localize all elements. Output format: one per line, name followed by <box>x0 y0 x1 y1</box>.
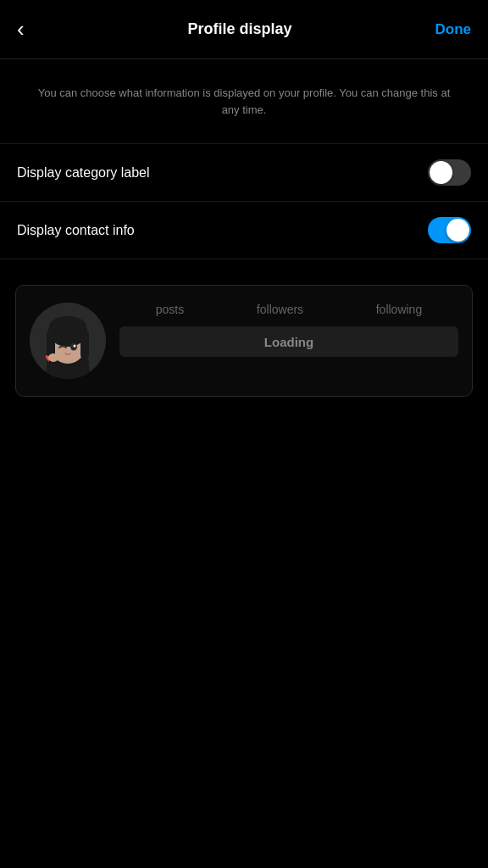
svg-point-14 <box>48 353 58 362</box>
stat-followers: followers <box>257 303 303 316</box>
display-contact-info-row: Display contact info <box>0 201 488 259</box>
svg-point-12 <box>74 345 76 348</box>
header: ‹ Profile display Done <box>0 0 488 59</box>
avatar: ♥ <box>30 303 106 379</box>
profile-preview: ♥ posts followers following Loading <box>30 303 458 379</box>
loading-text: Loading <box>264 335 313 349</box>
loading-bar: Loading <box>119 326 458 357</box>
settings-section: Display category label Display contact i… <box>0 135 488 268</box>
stat-following: following <box>376 303 422 316</box>
page-title: Profile display <box>51 20 429 38</box>
display-category-label-text: Display category label <box>17 165 150 181</box>
svg-point-10 <box>65 331 79 342</box>
svg-rect-7 <box>80 330 89 359</box>
profile-preview-card: ♥ posts followers following Loading <box>15 285 473 397</box>
display-category-label-row: Display category label <box>0 143 488 201</box>
back-button[interactable]: ‹ <box>17 16 51 42</box>
profile-stats: posts followers following Loading <box>119 303 458 357</box>
avatar-image: ♥ <box>30 303 106 379</box>
display-contact-info-text: Display contact info <box>17 223 135 238</box>
done-button[interactable]: Done <box>429 21 471 38</box>
stat-posts: posts <box>156 303 184 316</box>
description-text: You can choose what information is displ… <box>0 59 488 135</box>
display-category-label-toggle[interactable] <box>428 159 471 186</box>
display-contact-info-toggle[interactable] <box>428 217 471 243</box>
stats-row: posts followers following <box>119 303 458 316</box>
